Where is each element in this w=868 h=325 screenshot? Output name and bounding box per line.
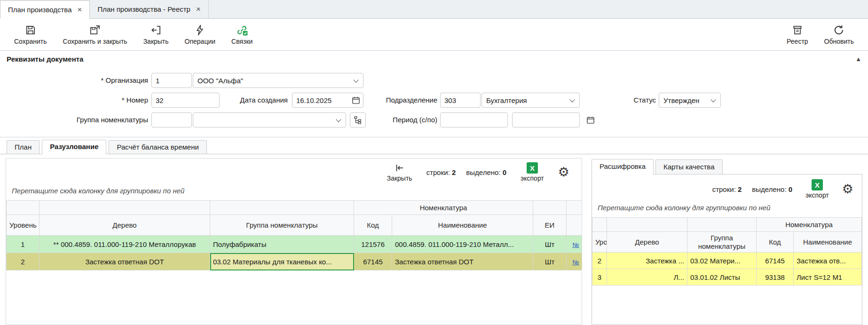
tab-breakdown[interactable]: Разузлование [42, 140, 106, 154]
period-from-input[interactable] [440, 112, 508, 127]
cell-level[interactable]: 2 [7, 253, 39, 270]
status-value: Утвержден [663, 96, 699, 104]
row-number-link[interactable]: № [573, 259, 579, 266]
cell-tree[interactable]: Застежка ... [607, 253, 687, 269]
gear-icon[interactable]: ⚙ [842, 183, 853, 196]
doc-tab-registry[interactable]: План производства - Реестр × [90, 0, 208, 18]
save-label: Сохранить [14, 38, 47, 45]
rows-count: строки: 2 [426, 168, 456, 176]
tab-quality-cards[interactable]: Карты качества [655, 159, 723, 174]
period-to-input[interactable] [512, 112, 580, 127]
calendar-icon[interactable] [351, 95, 361, 105]
column-level[interactable]: Уровень [7, 215, 39, 236]
cell-name[interactable]: Застежка отв... [794, 253, 862, 269]
column-name[interactable]: Наименование [794, 232, 862, 253]
links-button[interactable]: Связки [231, 24, 253, 45]
cell-tree[interactable]: ** 000.4859. 011.000-119-210 Металлорука… [39, 236, 210, 253]
operations-button[interactable]: Операции [185, 24, 216, 45]
cell-level[interactable]: 2 [592, 253, 607, 269]
refresh-button[interactable]: Обновить [824, 24, 854, 45]
calendar-icon [586, 115, 595, 125]
cell-name[interactable]: Лист S=12 М1 [794, 269, 862, 285]
tab-plan-label: План [15, 143, 32, 151]
cell-level[interactable]: 3 [592, 269, 607, 285]
cell-code[interactable]: 67145 [354, 253, 392, 270]
table-row[interactable]: 2 Застежка ... 03.02 Матери... 67145 Зас… [592, 253, 862, 269]
registry-button[interactable]: Реестр [787, 24, 808, 45]
doc-tab-label: План производства [8, 6, 71, 14]
column-level[interactable]: Уровень [592, 232, 607, 253]
cell-level[interactable]: 1 [7, 236, 39, 253]
save-and-close-icon [89, 24, 101, 36]
close-tab-icon[interactable]: × [77, 6, 82, 14]
cell-group[interactable]: Полуфабрикаты [210, 236, 354, 253]
cell-code[interactable]: 121576 [354, 236, 392, 253]
header-blank [7, 201, 39, 215]
export-button[interactable]: X экспорт [521, 162, 544, 182]
column-group[interactable]: Группа номенклатуры [687, 232, 757, 253]
gear-icon[interactable]: ⚙ [558, 166, 569, 179]
cell-group[interactable]: 03.02 Матери... [687, 253, 757, 269]
organization-select[interactable]: ООО "Альфа" [193, 73, 363, 88]
grid-close-button[interactable]: Закрыть [387, 162, 412, 182]
cell-code[interactable]: 67145 [757, 253, 794, 269]
column-code[interactable]: Код [354, 215, 392, 236]
row-number-link[interactable]: № [573, 241, 579, 248]
table-row[interactable]: 3 Л... 03.01.02 Листы 93138 Лист S=12 М1 [592, 269, 862, 285]
header-blank [592, 218, 607, 232]
app-window: План производства × План производства - … [0, 0, 868, 325]
organization-code-input[interactable] [151, 73, 192, 88]
tab-plan[interactable]: План [7, 140, 39, 154]
cell-unit[interactable]: Шт [533, 253, 567, 270]
close-tab-icon[interactable]: × [196, 5, 201, 13]
rows-count: строки: 2 [712, 185, 742, 193]
cell-tree[interactable]: Л... [607, 269, 687, 285]
cell-name[interactable]: 000.4859. 011.000-119-210 Металл... [392, 236, 533, 253]
cell-tree[interactable]: Застежка ответная DOT [39, 253, 210, 270]
column-name[interactable]: Наименование [392, 215, 533, 236]
requisites-header: Реквизиты документа ▲ [0, 51, 868, 65]
column-tree[interactable]: Дерево [607, 232, 687, 253]
detail-table: Номенклатура Уровень Дерево Группа номен… [592, 217, 862, 285]
table-row-selected[interactable]: 2 Застежка ответная DOT 03.02 Материалы … [7, 253, 583, 270]
nomenclature-group-code-input[interactable] [151, 112, 192, 127]
export-button[interactable]: X экспорт [805, 179, 829, 199]
close-button[interactable]: Закрыть [143, 24, 169, 45]
cell-code[interactable]: 93138 [757, 269, 794, 285]
table-row[interactable]: 1 ** 000.4859. 011.000-119-210 Металлору… [7, 236, 583, 253]
save-icon [24, 24, 37, 36]
cell-num: № [567, 236, 582, 253]
column-group-nomenclature: Номенклатура [757, 218, 862, 232]
status-select[interactable]: Утвержден [659, 93, 721, 108]
tab-quality-cards-label: Карты качества [663, 163, 715, 171]
save-button[interactable]: Сохранить [14, 24, 47, 45]
period-calendar-button[interactable] [584, 112, 597, 127]
division-code-input[interactable] [440, 93, 481, 108]
doc-tab-plan[interactable]: План производства × [0, 0, 90, 19]
header-blank [607, 218, 687, 232]
chevron-down-icon [353, 77, 358, 82]
cell-group[interactable]: 03.01.02 Листы [687, 269, 757, 285]
cell-name[interactable]: Застежка ответная DOT [392, 253, 533, 270]
cell-group-focused[interactable]: 03.02 Материалы для тканевых ко... [210, 253, 354, 270]
status-label: Статус [607, 93, 656, 108]
column-group[interactable]: Группа номенклатуры [210, 215, 354, 236]
period-label: Период (с/по) [362, 112, 437, 127]
cell-unit[interactable]: Шт [533, 236, 567, 253]
nomenclature-group-select[interactable] [193, 112, 346, 127]
lightning-icon [194, 24, 206, 36]
collapse-icon[interactable]: ▲ [855, 55, 861, 63]
export-label: экспорт [521, 174, 544, 182]
tab-decryption[interactable]: Расшифровка [592, 159, 654, 174]
organization-label: * Организация [0, 73, 148, 88]
column-code[interactable]: Код [757, 232, 794, 253]
column-group-nomenclature: Номенклатура [354, 201, 533, 215]
column-unit[interactable]: ЕИ [533, 215, 567, 236]
division-select[interactable]: Бухгалтерия [481, 93, 580, 108]
refresh-label: Обновить [824, 38, 854, 45]
tab-time-balance[interactable]: Расчёт баланса времени [109, 140, 206, 154]
document-tabbar: План производства × План производства - … [0, 0, 868, 19]
cell-num: № [567, 253, 582, 270]
column-tree[interactable]: Дерево [39, 215, 210, 236]
save-and-close-button[interactable]: Сохранить и закрыть [63, 24, 127, 45]
